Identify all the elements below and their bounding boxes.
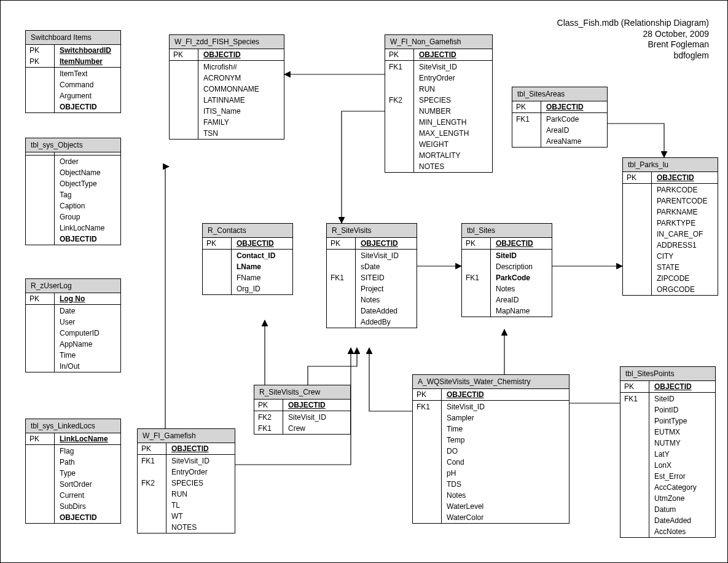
key-type	[170, 106, 198, 117]
field-name: WaterColor	[442, 512, 569, 523]
key-type	[138, 511, 166, 522]
field-name: OBJECTID	[442, 389, 569, 400]
key-type	[385, 117, 414, 128]
key-type	[26, 101, 55, 112]
field-name: Est_Error	[649, 471, 716, 482]
field-name: ObjectName	[55, 167, 121, 178]
key-type	[413, 468, 442, 479]
key-type	[462, 294, 491, 305]
key-type	[413, 423, 442, 435]
field-name: EntryOrder	[414, 73, 493, 84]
key-type	[620, 427, 649, 438]
field-name: PARENTCODE	[652, 195, 718, 207]
field-name: SubDirs	[55, 501, 121, 512]
field-name: OBJECTID	[283, 400, 351, 411]
key-type	[327, 250, 356, 261]
key-type: FK1	[413, 401, 442, 412]
key-type: PK	[512, 101, 541, 112]
field-name: TL	[166, 500, 235, 511]
key-type	[26, 339, 55, 350]
field-name: WaterLevel	[442, 501, 569, 512]
key-type	[413, 490, 442, 501]
entity-title: tbl_Parks_lu	[623, 158, 718, 172]
field-name: NOTES	[414, 161, 493, 172]
entity-fields: PKSwitchboardIDPKItemNumberItemTextComma…	[26, 45, 120, 112]
field-name: SiteID	[649, 393, 716, 404]
field-name: LATINNAME	[198, 95, 284, 106]
key-type: PK	[623, 172, 652, 183]
key-type	[385, 73, 414, 84]
field-name: Notes	[442, 490, 569, 501]
entity-title: R_SiteVisits_Crew	[254, 385, 350, 400]
field-name: AccCategory	[649, 482, 716, 493]
field-name: User	[55, 317, 121, 328]
field-name: In/Out	[55, 361, 121, 372]
field-name: ACRONYM	[198, 73, 284, 84]
entity-fields: PKOBJECTIDFK1SiteIDPointIDPointTypeEUTMX…	[620, 381, 715, 537]
key-type	[623, 251, 652, 262]
field-name: SiteID	[491, 250, 552, 261]
field-name: Date	[55, 305, 121, 317]
entity-parkslu: tbl_Parks_luPKOBJECTIDPARKCODEPARENTCODE…	[622, 157, 718, 296]
key-type	[327, 294, 356, 305]
entity-title: R_SiteVisits	[327, 224, 417, 238]
field-name: Log No	[55, 293, 121, 304]
key-type	[327, 283, 356, 294]
key-type	[413, 435, 442, 446]
key-type: FK2	[385, 95, 414, 106]
key-type	[170, 95, 198, 106]
entity-sites: tbl_SitesPKOBJECTIDSiteIDDescriptionFK1P…	[461, 223, 552, 317]
key-type	[413, 479, 442, 490]
field-name: Notes	[491, 283, 552, 294]
entity-sitespoints: tbl_SitesPointsPKOBJECTIDFK1SiteIDPointI…	[620, 366, 716, 538]
key-type	[512, 125, 541, 136]
field-name: AreaID	[491, 294, 552, 305]
key-type	[620, 504, 649, 515]
key-type: FK1	[254, 423, 283, 434]
key-type	[620, 438, 649, 449]
field-name: Caption	[55, 200, 121, 211]
entity-fields: PKOBJECTIDFK1ParkCodeAreaIDAreaName	[512, 101, 607, 147]
key-type	[413, 446, 442, 457]
field-name: OBJECTID	[232, 238, 293, 249]
field-name: OBJECTID	[652, 172, 718, 183]
entity-linkedlocs: tbl_sys_LinkedLocsPKLinkLocNameFlagPathT…	[25, 419, 121, 524]
key-type	[26, 305, 55, 317]
key-type	[327, 261, 356, 272]
entity-gamefish: W_FI_GamefishPKOBJECTIDFK1SiteVisit_IDEn…	[137, 428, 235, 533]
field-name: AccNotes	[649, 526, 716, 537]
key-type	[623, 195, 652, 207]
field-name: ObjectType	[55, 178, 121, 189]
key-type	[26, 328, 55, 339]
key-type: FK1	[512, 114, 541, 125]
field-name: Sampler	[442, 412, 569, 423]
key-type	[203, 250, 232, 261]
key-type	[620, 404, 649, 415]
field-name: Notes	[356, 294, 417, 305]
diagram-canvas: Class_Fish.mdb (Relationship Diagram) 28…	[0, 0, 728, 563]
key-type	[138, 500, 166, 511]
entity-title: tbl_SitesPoints	[620, 367, 715, 381]
field-name: SiteVisit_ID	[414, 61, 493, 73]
field-name: DateAdded	[356, 305, 417, 317]
entity-title: Switchboard Items	[26, 31, 120, 45]
key-type	[26, 468, 55, 479]
field-name: WEIGHT	[414, 139, 493, 150]
key-type: PK	[620, 381, 649, 392]
entity-fields: OrderObjectNameObjectTypeTagCaptionGroup…	[26, 152, 120, 245]
key-type	[620, 460, 649, 471]
key-type: PK	[26, 56, 55, 67]
field-name: Type	[55, 468, 121, 479]
field-name: IN_CARE_OF	[652, 229, 718, 240]
key-type: PK	[327, 238, 356, 249]
field-name: SPECIES	[414, 95, 493, 106]
entity-sysobjects: tbl_sys_ObjectsOrderObjectNameObjectType…	[25, 138, 121, 245]
entity-title: A_WQSiteVisits_Water_Chemistry	[413, 375, 569, 389]
key-type: FK2	[254, 412, 283, 423]
key-type	[620, 515, 649, 526]
entity-title: tbl_Sites	[462, 224, 552, 238]
field-name: Argument	[55, 90, 121, 101]
key-type	[620, 482, 649, 493]
key-type	[26, 490, 55, 501]
key-type	[26, 189, 55, 200]
